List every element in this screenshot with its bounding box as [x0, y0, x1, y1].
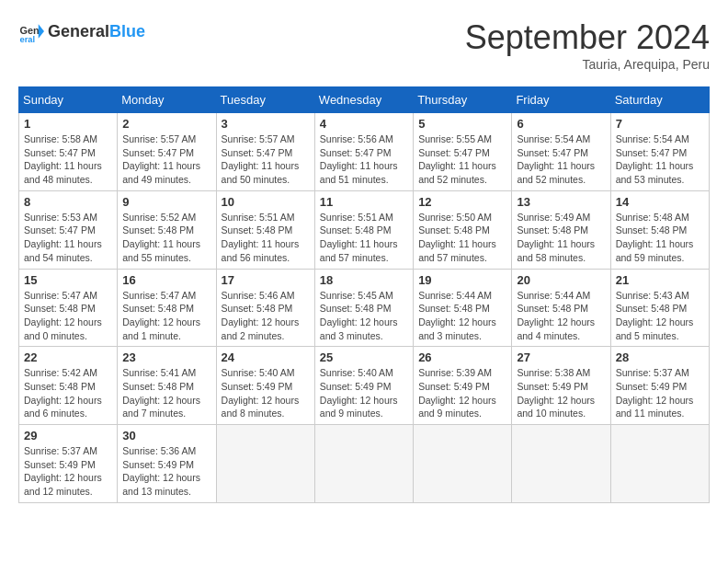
day-info: Sunrise: 5:53 AMSunset: 5:47 PMDaylight:… — [24, 211, 112, 265]
day-number: 2 — [122, 117, 210, 131]
day-cell: 8Sunrise: 5:53 AMSunset: 5:47 PMDaylight… — [19, 190, 118, 269]
day-number: 6 — [517, 117, 605, 131]
day-cell: 15Sunrise: 5:47 AMSunset: 5:48 PMDayligh… — [19, 269, 118, 347]
day-number: 8 — [24, 195, 112, 209]
day-number: 29 — [24, 429, 112, 442]
day-number: 20 — [517, 273, 605, 287]
day-info: Sunrise: 5:56 AMSunset: 5:47 PMDaylight:… — [320, 132, 408, 187]
day-info: Sunrise: 5:37 AMSunset: 5:49 PMDaylight:… — [24, 444, 112, 499]
day-info: Sunrise: 5:55 AMSunset: 5:47 PMDaylight:… — [418, 132, 506, 187]
day-info: Sunrise: 5:46 AMSunset: 5:48 PMDaylight:… — [222, 289, 310, 343]
page-header: Gen eral GeneralBlue September 2024 Taur… — [18, 18, 710, 72]
day-cell: 17Sunrise: 5:46 AMSunset: 5:48 PMDayligh… — [216, 269, 314, 347]
day-info: Sunrise: 5:36 AMSunset: 5:49 PMDaylight:… — [122, 444, 210, 499]
day-cell — [216, 425, 314, 503]
day-number: 25 — [320, 350, 408, 364]
day-info: Sunrise: 5:39 AMSunset: 5:49 PMDaylight:… — [418, 366, 506, 420]
header-cell-thursday: Thursday — [414, 87, 512, 113]
svg-text:eral: eral — [20, 35, 36, 44]
day-info: Sunrise: 5:44 AMSunset: 5:48 PMDaylight:… — [418, 289, 506, 343]
day-cell: 5Sunrise: 5:55 AMSunset: 5:47 PMDaylight… — [414, 113, 512, 191]
day-number: 23 — [122, 350, 210, 364]
day-info: Sunrise: 5:40 AMSunset: 5:49 PMDaylight:… — [320, 366, 408, 420]
day-number: 1 — [24, 117, 112, 131]
day-number: 30 — [122, 429, 210, 442]
day-cell: 11Sunrise: 5:51 AMSunset: 5:48 PMDayligh… — [314, 190, 413, 269]
day-info: Sunrise: 5:42 AMSunset: 5:48 PMDaylight:… — [24, 366, 112, 420]
month-title: September 2024 — [465, 18, 710, 57]
day-number: 9 — [122, 195, 210, 209]
day-cell: 19Sunrise: 5:44 AMSunset: 5:48 PMDayligh… — [414, 269, 512, 347]
day-info: Sunrise: 5:49 AMSunset: 5:48 PMDaylight:… — [517, 211, 605, 265]
day-info: Sunrise: 5:58 AMSunset: 5:47 PMDaylight:… — [24, 132, 112, 187]
header-row: SundayMondayTuesdayWednesdayThursdayFrid… — [19, 87, 710, 113]
day-number: 24 — [222, 350, 310, 364]
day-cell: 25Sunrise: 5:40 AMSunset: 5:49 PMDayligh… — [314, 347, 413, 425]
day-cell: 6Sunrise: 5:54 AMSunset: 5:47 PMDaylight… — [512, 113, 610, 191]
header-cell-saturday: Saturday — [610, 87, 709, 113]
day-number: 14 — [616, 195, 704, 209]
day-cell: 9Sunrise: 5:52 AMSunset: 5:48 PMDaylight… — [118, 190, 216, 269]
day-number: 18 — [320, 273, 408, 287]
day-info: Sunrise: 5:51 AMSunset: 5:48 PMDaylight:… — [320, 211, 408, 265]
calendar-body: 1Sunrise: 5:58 AMSunset: 5:47 PMDaylight… — [19, 113, 710, 503]
day-number: 15 — [24, 273, 112, 287]
week-row: 29Sunrise: 5:37 AMSunset: 5:49 PMDayligh… — [19, 425, 710, 503]
day-cell: 28Sunrise: 5:37 AMSunset: 5:49 PMDayligh… — [610, 347, 709, 425]
day-info: Sunrise: 5:43 AMSunset: 5:48 PMDaylight:… — [616, 289, 704, 343]
day-cell: 7Sunrise: 5:54 AMSunset: 5:47 PMDaylight… — [610, 113, 709, 191]
day-number: 19 — [418, 273, 506, 287]
logo-general: General — [48, 22, 109, 40]
day-cell: 16Sunrise: 5:47 AMSunset: 5:48 PMDayligh… — [118, 269, 216, 347]
day-cell: 30Sunrise: 5:36 AMSunset: 5:49 PMDayligh… — [118, 425, 216, 503]
day-number: 22 — [24, 350, 112, 364]
day-cell: 2Sunrise: 5:57 AMSunset: 5:47 PMDaylight… — [118, 113, 216, 191]
day-cell: 23Sunrise: 5:41 AMSunset: 5:48 PMDayligh… — [118, 347, 216, 425]
day-number: 7 — [616, 117, 704, 131]
day-cell: 27Sunrise: 5:38 AMSunset: 5:49 PMDayligh… — [512, 347, 610, 425]
day-number: 11 — [320, 195, 408, 209]
week-row: 22Sunrise: 5:42 AMSunset: 5:48 PMDayligh… — [19, 347, 710, 425]
day-info: Sunrise: 5:45 AMSunset: 5:48 PMDaylight:… — [320, 289, 408, 343]
day-cell: 4Sunrise: 5:56 AMSunset: 5:47 PMDaylight… — [314, 113, 413, 191]
day-number: 10 — [222, 195, 310, 209]
day-number: 4 — [320, 117, 408, 131]
day-info: Sunrise: 5:52 AMSunset: 5:48 PMDaylight:… — [122, 211, 210, 265]
day-cell: 26Sunrise: 5:39 AMSunset: 5:49 PMDayligh… — [414, 347, 512, 425]
day-cell: 20Sunrise: 5:44 AMSunset: 5:48 PMDayligh… — [512, 269, 610, 347]
logo: Gen eral GeneralBlue — [18, 18, 145, 44]
week-row: 8Sunrise: 5:53 AMSunset: 5:47 PMDaylight… — [19, 190, 710, 269]
calendar-header: SundayMondayTuesdayWednesdayThursdayFrid… — [19, 87, 710, 113]
day-info: Sunrise: 5:47 AMSunset: 5:48 PMDaylight:… — [122, 289, 210, 343]
day-number: 26 — [418, 350, 506, 364]
day-info: Sunrise: 5:41 AMSunset: 5:48 PMDaylight:… — [122, 366, 210, 420]
day-info: Sunrise: 5:57 AMSunset: 5:47 PMDaylight:… — [222, 132, 310, 187]
day-cell — [314, 425, 413, 503]
location-subtitle: Tauria, Arequipa, Peru — [465, 57, 710, 72]
day-cell: 21Sunrise: 5:43 AMSunset: 5:48 PMDayligh… — [610, 269, 709, 347]
day-info: Sunrise: 5:47 AMSunset: 5:48 PMDaylight:… — [24, 289, 112, 343]
day-number: 12 — [418, 195, 506, 209]
day-info: Sunrise: 5:37 AMSunset: 5:49 PMDaylight:… — [616, 366, 704, 420]
day-info: Sunrise: 5:57 AMSunset: 5:47 PMDaylight:… — [122, 132, 210, 187]
header-cell-monday: Monday — [118, 87, 216, 113]
day-cell: 22Sunrise: 5:42 AMSunset: 5:48 PMDayligh… — [19, 347, 118, 425]
day-info: Sunrise: 5:51 AMSunset: 5:48 PMDaylight:… — [222, 211, 310, 265]
day-info: Sunrise: 5:54 AMSunset: 5:47 PMDaylight:… — [517, 132, 605, 187]
day-cell: 24Sunrise: 5:40 AMSunset: 5:49 PMDayligh… — [216, 347, 314, 425]
day-number: 5 — [418, 117, 506, 131]
day-cell — [414, 425, 512, 503]
day-cell — [610, 425, 709, 503]
day-number: 3 — [222, 117, 310, 131]
day-number: 21 — [616, 273, 704, 287]
day-cell — [512, 425, 610, 503]
day-number: 16 — [122, 273, 210, 287]
header-cell-friday: Friday — [512, 87, 610, 113]
week-row: 1Sunrise: 5:58 AMSunset: 5:47 PMDaylight… — [19, 113, 710, 191]
day-info: Sunrise: 5:40 AMSunset: 5:49 PMDaylight:… — [222, 366, 310, 420]
day-cell: 14Sunrise: 5:48 AMSunset: 5:48 PMDayligh… — [610, 190, 709, 269]
logo-text-block: GeneralBlue — [48, 22, 145, 41]
day-info: Sunrise: 5:48 AMSunset: 5:48 PMDaylight:… — [616, 211, 704, 265]
logo-blue: Blue — [109, 22, 145, 40]
day-info: Sunrise: 5:44 AMSunset: 5:48 PMDaylight:… — [517, 289, 605, 343]
